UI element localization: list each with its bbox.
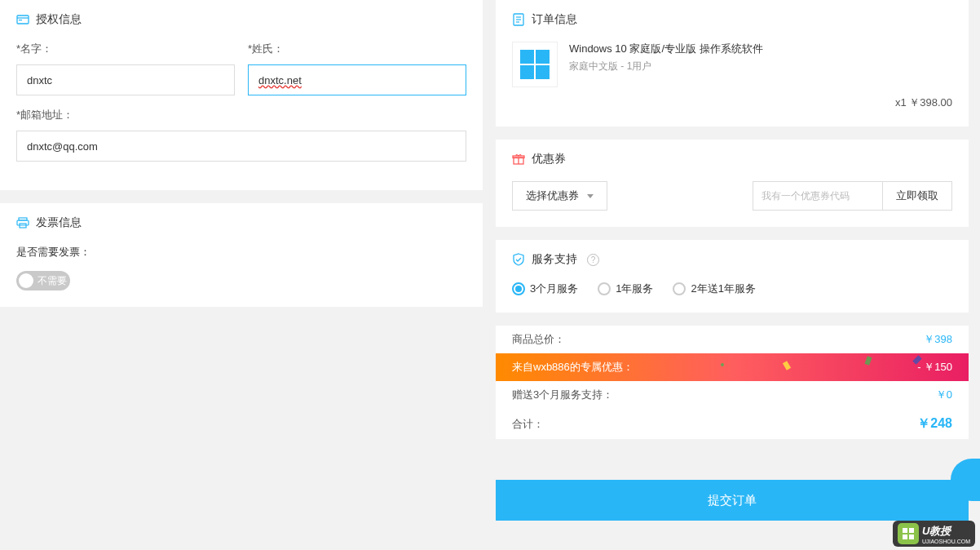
coupon-dropdown-label: 选择优惠券: [526, 189, 579, 203]
watermark-icon: [898, 523, 919, 544]
coupon-panel: 优惠券 选择优惠券 立即领取: [496, 140, 969, 227]
service-panel: 服务支持 ? 3个月服务 1年服务 2年送1年服务: [496, 240, 969, 313]
last-name-input[interactable]: dnxtc.net: [248, 64, 466, 95]
auth-title: 授权信息: [36, 12, 82, 27]
watermark: U教授 UJIAOSHOU.COM: [893, 521, 975, 547]
product-desc: 家庭中文版 - 1用户: [569, 60, 952, 73]
product-price: x1 ￥398.00: [512, 95, 952, 110]
radio-label: 2年送1年服务: [691, 282, 755, 296]
last-name-label: *姓氏：: [248, 42, 466, 56]
printer-icon: [16, 216, 29, 229]
summary-panel: 商品总价： ￥398 来自wxb886的专属优惠： - ￥150 赠送3个月服务…: [496, 326, 969, 439]
order-item: Windows 10 家庭版/专业版 操作系统软件 家庭中文版 - 1用户: [512, 42, 952, 87]
service-title: 服务支持: [532, 252, 577, 267]
order-title: 订单信息: [532, 12, 577, 27]
first-name-input[interactable]: [16, 64, 235, 95]
service-option-3month[interactable]: 3个月服务: [512, 282, 578, 296]
service-option-1year[interactable]: 1年服务: [598, 282, 653, 296]
invoice-question: 是否需要发票：: [16, 245, 466, 259]
coupon-code-input[interactable]: [753, 181, 883, 211]
radio-label: 1年服务: [616, 282, 653, 296]
order-list-icon: [512, 13, 525, 26]
coupon-redeem-button[interactable]: 立即领取: [883, 181, 952, 211]
order-panel: 订单信息 Windows 10 家庭版/专业版 操作系统软件 家庭中文版 - 1…: [496, 0, 969, 126]
help-icon[interactable]: ?: [587, 254, 599, 266]
summary-service: 赠送3个月服务支持： ￥0: [496, 381, 969, 409]
summary-total: 合计： ￥248: [496, 409, 969, 439]
watermark-brand: U教授: [922, 525, 951, 537]
auth-panel: 授权信息 *名字： *姓氏： dnxtc.net *邮箱地址：: [0, 0, 483, 190]
invoice-title: 发票信息: [36, 215, 82, 230]
summary-promo: 来自wxb886的专属优惠： - ￥150: [496, 353, 969, 381]
svg-rect-14: [909, 528, 914, 533]
radio-icon: [598, 282, 611, 295]
invoice-panel: 发票信息 是否需要发票： 不需要: [0, 203, 483, 307]
svg-rect-13: [903, 528, 907, 533]
email-label: *邮箱地址：: [16, 108, 466, 122]
windows-logo-icon: [512, 42, 558, 87]
toggle-label: 不需要: [38, 274, 67, 288]
summary-subtotal: 商品总价： ￥398: [496, 326, 969, 353]
submit-order-button[interactable]: 提交订单: [496, 480, 969, 521]
radio-label: 3个月服务: [530, 282, 578, 296]
radio-icon: [512, 282, 525, 295]
email-input[interactable]: [16, 131, 466, 162]
svg-rect-15: [903, 534, 907, 539]
svg-rect-2: [19, 20, 22, 20]
service-option-2plus1year[interactable]: 2年送1年服务: [673, 282, 755, 296]
id-card-icon: [16, 13, 29, 26]
product-name: Windows 10 家庭版/专业版 操作系统软件: [569, 42, 952, 56]
first-name-label: *名字：: [16, 42, 235, 56]
coupon-title: 优惠券: [532, 152, 566, 166]
radio-icon: [673, 282, 686, 295]
chevron-down-icon: [587, 194, 594, 198]
coupon-dropdown[interactable]: 选择优惠券: [512, 181, 607, 211]
toggle-knob: [19, 273, 33, 288]
watermark-url: UJIAOSHOU.COM: [922, 539, 970, 544]
shield-check-icon: [512, 253, 525, 266]
invoice-toggle[interactable]: 不需要: [16, 271, 70, 291]
svg-rect-4: [17, 220, 29, 225]
gift-icon: [512, 153, 525, 166]
svg-rect-16: [909, 534, 914, 539]
